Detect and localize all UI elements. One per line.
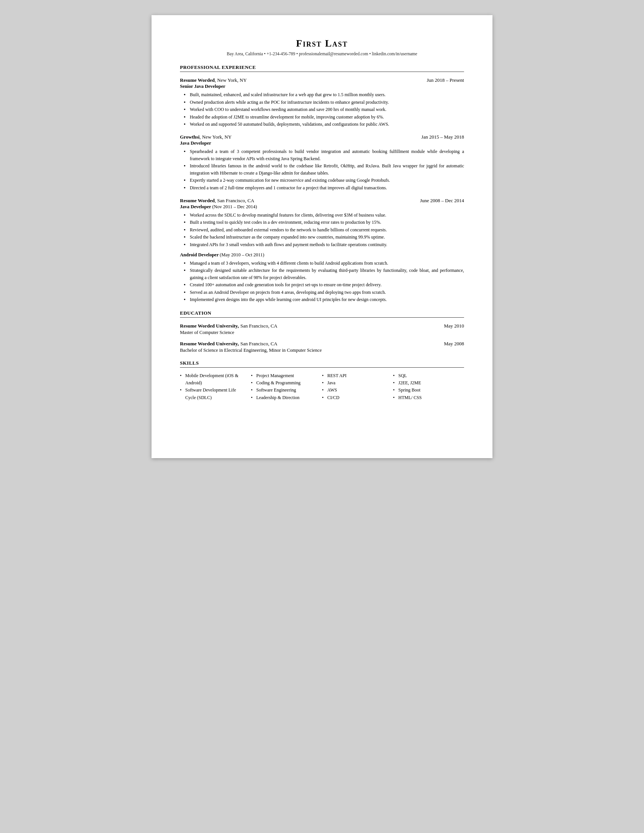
job-bullets-3b: Managed a team of 3 developers, working … <box>180 260 464 304</box>
header: First Last Bay Area, California • +1-234… <box>180 38 464 56</box>
resume-page: First Last Bay Area, California • +1-234… <box>151 15 493 458</box>
job-header-3: Resume Worded, San Francisco, CA June 20… <box>180 197 464 204</box>
skill-item: CI/CD <box>322 394 390 401</box>
skills-section: Skills Mobile Development (iOS & Android… <box>180 360 464 401</box>
edu-header-1: Resume Worded University, San Francisco,… <box>180 322 464 329</box>
skills-col-2: Project Management Coding & Programming … <box>251 372 322 401</box>
job-header-1: Resume Worded, New York, NY Jun 2018 – P… <box>180 77 464 83</box>
job-title-3b: Android Developer (May 2010 – Oct 2011) <box>180 252 464 258</box>
job-date-1: Jun 2018 – Present <box>427 77 464 83</box>
job-company-1: Resume Worded, New York, NY <box>180 77 246 83</box>
bullet-item: Owned production alerts while acting as … <box>184 99 464 106</box>
skill-item: J2EE, J2ME <box>393 380 460 387</box>
edu-degree-1: Master of Computer Science <box>180 330 464 336</box>
job-block-3: Resume Worded, San Francisco, CA June 20… <box>180 197 464 304</box>
bullet-item: Built a testing tool to quickly test cod… <box>184 219 464 226</box>
skill-item: Spring Boot <box>393 387 460 394</box>
education-section-title: Education <box>180 310 464 318</box>
skills-grid: Mobile Development (iOS & Android) Softw… <box>180 372 464 401</box>
job-title-1: Senior Java Developer <box>180 84 464 89</box>
bullet-item: Worked on and supported 50 automated bui… <box>184 121 464 128</box>
skill-item: Java <box>322 380 390 387</box>
bullet-item: Expertly started a 2-way communication f… <box>184 177 464 184</box>
skill-item: Software Development Life Cycle (SDLC) <box>180 387 247 401</box>
bullet-item: Scaled the backend infrastructure as the… <box>184 234 464 241</box>
bullet-item: Worked with COO to understand workflows … <box>184 106 464 113</box>
skill-item: Project Management <box>251 372 319 380</box>
job-header-2: Growthsi, New York, NY Jan 2015 – May 20… <box>180 133 464 140</box>
bullet-item: Built, maintained, enhanced, and scaled … <box>184 91 464 98</box>
job-date-3: June 2008 – Dec 2014 <box>420 198 464 204</box>
bullet-item: Served as an Android Developer on projec… <box>184 289 464 296</box>
job-block-2: Growthsi, New York, NY Jan 2015 – May 20… <box>180 133 464 191</box>
bullet-item: Implemented given designs into the apps … <box>184 296 464 303</box>
skills-col-4: SQL J2EE, J2ME Spring Boot HTML/ CSS <box>393 372 464 401</box>
bullet-item: Worked across the SDLC to develop meanin… <box>184 212 464 219</box>
skill-item: Leadership & Direction <box>251 394 319 401</box>
job-block-1: Resume Worded, New York, NY Jun 2018 – P… <box>180 77 464 128</box>
bullet-item: Introduced libraries famous in the andro… <box>184 162 464 177</box>
job-title-3a: Java Developer (Nov 2011 – Dec 2014) <box>180 204 464 210</box>
edu-date-2: May 2008 <box>444 341 464 347</box>
skill-item: Mobile Development (iOS & Android) <box>180 372 247 387</box>
education-section: Education Resume Worded University, San … <box>180 310 464 353</box>
skills-col-3: REST API Java AWS CI/CD <box>322 372 393 401</box>
job-company-2: Growthsi, New York, NY <box>180 133 232 140</box>
bullet-item: Managed a team of 3 developers, working … <box>184 260 464 267</box>
skill-item: SQL <box>393 372 460 380</box>
bullet-item: Created 100+ automation and code generat… <box>184 281 464 288</box>
edu-header-2: Resume Worded University, San Francisco,… <box>180 340 464 347</box>
experience-section: Professional Experience Resume Worded, N… <box>180 64 464 303</box>
edu-date-1: May 2010 <box>444 323 464 329</box>
job-date-2: Jan 2015 – May 2018 <box>421 134 464 140</box>
skill-item: HTML/ CSS <box>393 394 460 401</box>
bullet-item: Spearheaded a team of 3 competent profes… <box>184 148 464 162</box>
edu-institution-1: Resume Worded University, San Francisco,… <box>180 322 277 329</box>
job-bullets-3a: Worked across the SDLC to develop meanin… <box>180 212 464 248</box>
skill-item: Software Engineering <box>251 387 319 394</box>
bullet-item: Directed a team of 2 full-time employees… <box>184 184 464 191</box>
contact-info: Bay Area, California • +1-234-456-789 • … <box>180 51 464 56</box>
job-title-2: Java Developer <box>180 140 464 146</box>
candidate-name: First Last <box>180 38 464 49</box>
skill-item: Coding & Programming <box>251 380 319 387</box>
job-bullets-1: Built, maintained, enhanced, and scaled … <box>180 91 464 128</box>
skills-col-1: Mobile Development (iOS & Android) Softw… <box>180 372 251 401</box>
job-company-3: Resume Worded, San Francisco, CA <box>180 197 254 204</box>
edu-institution-2: Resume Worded University, San Francisco,… <box>180 340 277 347</box>
bullet-item: Reviewed, audited, and onboarded externa… <box>184 227 464 234</box>
skill-item: REST API <box>322 372 390 380</box>
skill-item: AWS <box>322 387 390 394</box>
bullet-item: Headed the adoption of J2ME to streamlin… <box>184 114 464 121</box>
bullet-item: Strategically designed suitable architec… <box>184 267 464 281</box>
bullet-item: Integrated APIs for 3 small vendors with… <box>184 241 464 248</box>
experience-section-title: Professional Experience <box>180 64 464 72</box>
skills-section-title: Skills <box>180 360 464 368</box>
edu-degree-2: Bachelor of Science in Electrical Engine… <box>180 347 464 353</box>
job-bullets-2: Spearheaded a team of 3 competent profes… <box>180 148 464 191</box>
